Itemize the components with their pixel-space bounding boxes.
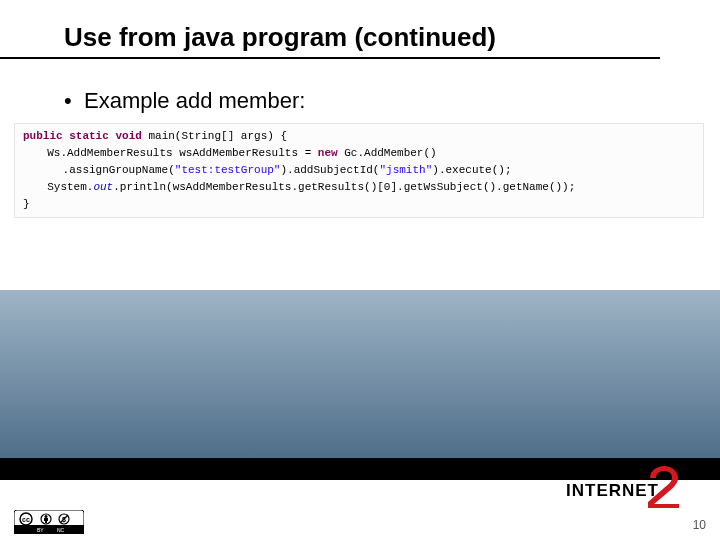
slide-title: Use from java program (continued) [64,22,660,53]
bullet-text: Example add member: [84,87,305,115]
internet2-logo: INTERNET ® [566,472,688,510]
svg-text:BY: BY [37,527,44,533]
cc-license-badge: cc $ BY NC [14,510,84,534]
code-line-2: Ws.AddMemberResults wsAddMemberResults =… [23,147,437,159]
logo-2-icon [646,464,680,508]
code-block: public static void main(String[] args) {… [14,123,704,218]
code-line-3: .assignGroupName("test:testGroup").addSu… [23,164,512,176]
gradient-band [0,290,720,458]
svg-text:NC: NC [57,527,65,533]
code-line-4: System.out.println(wsAddMemberResults.ge… [23,181,575,193]
bullet-item: • Example add member: [64,87,720,115]
slide: Use from java program (continued) • Exam… [0,0,720,540]
title-area: Use from java program (continued) [0,0,660,59]
bullet-dot-icon: • [64,87,84,115]
svg-text:cc: cc [22,516,30,523]
svg-rect-1 [14,525,84,534]
bullet-list: • Example add member: [64,87,720,115]
svg-point-5 [45,515,48,518]
page-number: 10 [693,518,706,532]
code-line-1: public static void main(String[] args) { [23,130,287,142]
registered-icon: ® [681,468,688,479]
code-line-5: } [23,198,30,210]
